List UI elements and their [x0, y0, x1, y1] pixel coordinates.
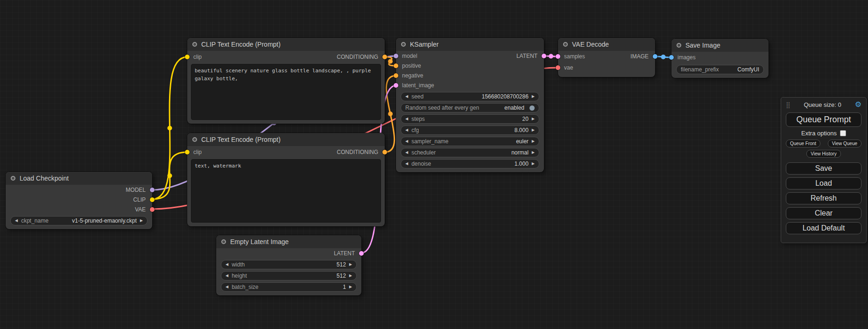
node-title-bar[interactable]: CLIP Text Encode (Prompt) — [187, 38, 385, 51]
input-port-samples[interactable] — [556, 54, 560, 59]
node-ksampler[interactable]: KSampler model LATENT positive negative … — [396, 38, 544, 172]
widget-batch-size[interactable]: ◀ batch_size 1 ▶ — [221, 282, 357, 292]
save-button[interactable]: Save — [786, 162, 861, 175]
input-port-model[interactable] — [394, 54, 398, 58]
node-load-checkpoint[interactable]: Load Checkpoint MODEL CLIP VAE ◀ ckpt_na… — [6, 172, 152, 229]
collapse-dot[interactable] — [221, 239, 226, 244]
collapse-dot[interactable] — [677, 43, 681, 48]
decrement-arrow[interactable]: ◀ — [405, 162, 408, 166]
slot-row: LATENT — [216, 248, 361, 258]
widget-height[interactable]: ◀ height 512 ▶ — [221, 271, 357, 280]
node-empty-latent-image[interactable]: Empty Latent Image LATENT ◀ width 512 ▶ … — [216, 235, 361, 295]
queue-buttons-row: Queue Front View Queue — [786, 140, 861, 147]
widget-denoise[interactable]: ◀ denoise 1.000 ▶ — [401, 159, 539, 168]
decrement-arrow[interactable]: ◀ — [226, 263, 228, 266]
toggle-knob[interactable] — [529, 105, 535, 111]
input-port-positive[interactable] — [394, 63, 398, 68]
input-port-clip[interactable] — [185, 150, 190, 154]
increment-arrow[interactable]: ▶ — [532, 162, 535, 166]
node-title-bar[interactable]: VAE Decode — [558, 38, 655, 51]
queue-size-text: Queue size: — [804, 101, 836, 108]
widget-scheduler[interactable]: ◀ scheduler normal ▶ — [401, 148, 539, 157]
widget-value: ComfyUI — [737, 66, 759, 73]
input-label-positive: positive — [402, 63, 421, 69]
view-queue-button[interactable]: View Queue — [828, 140, 861, 147]
slot-row: latent_image — [396, 80, 544, 90]
load-default-button[interactable]: Load Default — [786, 222, 861, 234]
extra-options-checkbox[interactable] — [840, 130, 846, 136]
node-title-bar[interactable]: Load Checkpoint — [6, 172, 152, 185]
increment-arrow[interactable]: ▶ — [140, 219, 143, 223]
slot-row: vae — [558, 62, 655, 73]
slot-row: VAE — [6, 204, 152, 214]
increment-arrow[interactable]: ▶ — [349, 274, 352, 278]
collapse-dot[interactable] — [11, 176, 15, 181]
widget-random-seed-toggle[interactable]: Random seed after every gen enabled — [401, 103, 539, 112]
node-title-bar[interactable]: KSampler — [396, 38, 544, 51]
decrement-arrow[interactable]: ◀ — [405, 117, 408, 121]
negative-prompt-textarea[interactable]: text, watermark — [191, 159, 381, 223]
output-port-latent[interactable] — [542, 54, 546, 58]
input-label-images: images — [677, 54, 696, 61]
node-vae-decode[interactable]: VAE Decode samples IMAGE vae — [558, 38, 655, 77]
input-port-clip[interactable] — [185, 55, 190, 59]
decrement-arrow[interactable]: ◀ — [405, 128, 408, 132]
queue-front-button[interactable]: Queue Front — [786, 140, 820, 147]
output-port-image[interactable] — [653, 54, 657, 59]
output-port-vae[interactable] — [150, 207, 155, 212]
collapse-dot[interactable] — [401, 42, 406, 47]
widget-ckpt-name[interactable]: ◀ ckpt_name v1-5-pruned-emaonly.ckpt ▶ — [10, 216, 148, 225]
increment-arrow[interactable]: ▶ — [532, 117, 535, 121]
drag-handle-icon[interactable]: ⣿ — [786, 101, 790, 108]
widget-sampler-name[interactable]: ◀ sampler_name euler ▶ — [401, 137, 539, 146]
input-port-latent-image[interactable] — [394, 83, 398, 88]
output-port-latent[interactable] — [359, 251, 364, 256]
input-port-images[interactable] — [669, 55, 674, 60]
input-port-vae[interactable] — [556, 65, 560, 70]
decrement-arrow[interactable]: ◀ — [15, 219, 18, 223]
settings-gear-icon[interactable]: ⚙ — [855, 101, 861, 108]
collapse-dot[interactable] — [563, 42, 568, 47]
decrement-arrow[interactable]: ◀ — [226, 274, 228, 278]
increment-arrow[interactable]: ▶ — [532, 95, 535, 98]
increment-arrow[interactable]: ▶ — [349, 285, 352, 289]
increment-arrow[interactable]: ▶ — [532, 140, 535, 143]
decrement-arrow[interactable]: ◀ — [226, 285, 228, 289]
view-history-button[interactable]: View History — [806, 150, 840, 158]
slot-row: CLIP — [6, 195, 152, 204]
collapse-dot[interactable] — [192, 137, 197, 142]
decrement-arrow[interactable]: ◀ — [405, 140, 408, 143]
node-save-image[interactable]: Save Image images filename_prefix ComfyU… — [671, 39, 769, 78]
input-port-negative[interactable] — [394, 73, 398, 78]
load-button[interactable]: Load — [786, 177, 861, 189]
widget-seed[interactable]: ◀ seed 156680208700286 ▶ — [401, 92, 539, 101]
refresh-button[interactable]: Refresh — [786, 192, 861, 204]
output-port-conditioning[interactable] — [382, 55, 387, 59]
widget-filename-prefix[interactable]: filename_prefix ComfyUI — [676, 65, 764, 74]
collapse-dot[interactable] — [192, 42, 197, 47]
output-port-clip[interactable] — [150, 197, 155, 202]
queue-size-value: 0 — [838, 101, 841, 108]
queue-prompt-button[interactable]: Queue Prompt — [786, 112, 861, 127]
widget-steps[interactable]: ◀ steps 20 ▶ — [401, 114, 539, 124]
node-title-bar[interactable]: Empty Latent Image — [216, 235, 361, 248]
node-title-bar[interactable]: CLIP Text Encode (Prompt) — [187, 133, 385, 146]
widget-width[interactable]: ◀ width 512 ▶ — [221, 260, 357, 269]
output-port-model[interactable] — [150, 188, 155, 192]
widget-name: scheduler — [411, 149, 436, 156]
decrement-arrow[interactable]: ◀ — [405, 95, 408, 98]
widget-name: seed — [411, 93, 423, 100]
increment-arrow[interactable]: ▶ — [349, 263, 352, 266]
positive-prompt-textarea[interactable]: beautiful scenery nature glass bottle la… — [191, 64, 381, 120]
output-port-conditioning[interactable] — [382, 150, 387, 154]
link-midpoint-dot — [388, 112, 393, 116]
node-clip-text-encode-positive[interactable]: CLIP Text Encode (Prompt) clip CONDITION… — [187, 38, 385, 124]
decrement-arrow[interactable]: ◀ — [405, 151, 408, 154]
slot-row: clip CONDITIONING — [187, 146, 385, 158]
node-title-bar[interactable]: Save Image — [671, 39, 769, 52]
widget-cfg[interactable]: ◀ cfg 8.000 ▶ — [401, 126, 539, 135]
increment-arrow[interactable]: ▶ — [532, 151, 535, 154]
increment-arrow[interactable]: ▶ — [532, 128, 535, 132]
clear-button[interactable]: Clear — [786, 207, 861, 219]
node-clip-text-encode-negative[interactable]: CLIP Text Encode (Prompt) clip CONDITION… — [187, 133, 385, 226]
